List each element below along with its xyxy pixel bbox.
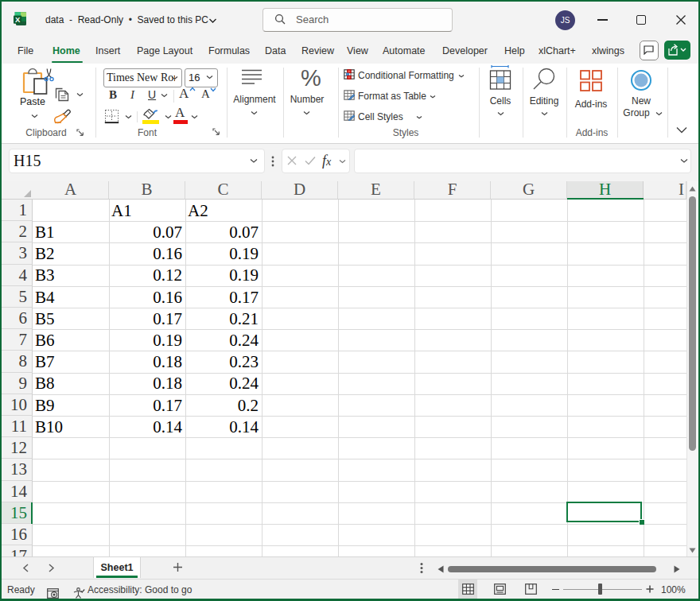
svg-text:X: X	[15, 15, 21, 24]
